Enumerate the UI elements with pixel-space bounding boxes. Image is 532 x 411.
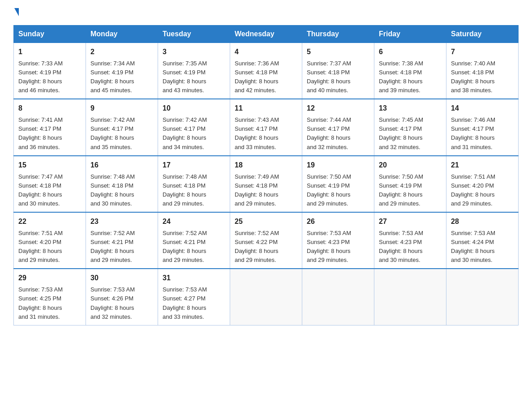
day-number: 10 bbox=[163, 103, 225, 114]
day-number: 1 bbox=[18, 47, 81, 58]
calendar-header-friday: Friday bbox=[374, 26, 446, 43]
logo-triangle-icon bbox=[14, 8, 19, 16]
calendar-day-cell: 18 Sunrise: 7:49 AMSunset: 4:18 PMDaylig… bbox=[230, 156, 302, 212]
day-info: Sunrise: 7:38 AMSunset: 4:18 PMDaylight:… bbox=[379, 60, 423, 94]
calendar-day-cell: 17 Sunrise: 7:48 AMSunset: 4:18 PMDaylig… bbox=[158, 156, 230, 212]
calendar-day-cell: 15 Sunrise: 7:47 AMSunset: 4:18 PMDaylig… bbox=[14, 156, 86, 212]
calendar-day-cell: 29 Sunrise: 7:53 AMSunset: 4:25 PMDaylig… bbox=[14, 269, 86, 325]
calendar-day-cell: 13 Sunrise: 7:45 AMSunset: 4:17 PMDaylig… bbox=[374, 99, 446, 155]
day-info: Sunrise: 7:52 AMSunset: 4:21 PMDaylight:… bbox=[163, 230, 207, 263]
day-info: Sunrise: 7:53 AMSunset: 4:23 PMDaylight:… bbox=[379, 230, 423, 263]
calendar-day-cell bbox=[446, 269, 519, 325]
day-number: 23 bbox=[90, 216, 153, 227]
day-info: Sunrise: 7:53 AMSunset: 4:26 PMDaylight:… bbox=[90, 286, 135, 320]
day-info: Sunrise: 7:53 AMSunset: 4:27 PMDaylight:… bbox=[163, 286, 207, 320]
day-number: 11 bbox=[235, 103, 297, 114]
day-info: Sunrise: 7:47 AMSunset: 4:18 PMDaylight:… bbox=[18, 173, 63, 207]
calendar-day-cell bbox=[374, 269, 446, 325]
calendar-header-wednesday: Wednesday bbox=[230, 26, 302, 43]
calendar-day-cell: 22 Sunrise: 7:51 AMSunset: 4:20 PMDaylig… bbox=[14, 212, 86, 269]
day-info: Sunrise: 7:53 AMSunset: 4:23 PMDaylight:… bbox=[307, 230, 351, 263]
logo bbox=[13, 9, 20, 16]
day-info: Sunrise: 7:40 AMSunset: 4:18 PMDaylight:… bbox=[451, 60, 495, 94]
day-number: 15 bbox=[18, 160, 81, 171]
day-info: Sunrise: 7:46 AMSunset: 4:17 PMDaylight:… bbox=[451, 116, 495, 150]
day-number: 30 bbox=[90, 273, 153, 284]
day-info: Sunrise: 7:45 AMSunset: 4:17 PMDaylight:… bbox=[379, 116, 423, 150]
calendar-day-cell: 16 Sunrise: 7:48 AMSunset: 4:18 PMDaylig… bbox=[86, 156, 158, 212]
day-number: 12 bbox=[307, 103, 369, 114]
calendar-day-cell: 8 Sunrise: 7:41 AMSunset: 4:17 PMDayligh… bbox=[14, 99, 86, 155]
calendar-header-saturday: Saturday bbox=[446, 26, 519, 43]
day-number: 27 bbox=[379, 216, 442, 227]
day-info: Sunrise: 7:48 AMSunset: 4:18 PMDaylight:… bbox=[163, 173, 207, 207]
day-number: 26 bbox=[307, 216, 369, 227]
day-number: 2 bbox=[90, 47, 153, 58]
calendar-day-cell: 11 Sunrise: 7:43 AMSunset: 4:17 PMDaylig… bbox=[230, 99, 302, 155]
day-number: 17 bbox=[163, 160, 225, 171]
calendar-header-row: SundayMondayTuesdayWednesdayThursdayFrid… bbox=[14, 26, 519, 43]
calendar-week-row: 15 Sunrise: 7:47 AMSunset: 4:18 PMDaylig… bbox=[14, 156, 519, 212]
day-info: Sunrise: 7:51 AMSunset: 4:20 PMDaylight:… bbox=[451, 173, 495, 207]
calendar-day-cell: 9 Sunrise: 7:42 AMSunset: 4:17 PMDayligh… bbox=[86, 99, 158, 155]
calendar-day-cell: 23 Sunrise: 7:52 AMSunset: 4:21 PMDaylig… bbox=[86, 212, 158, 269]
day-info: Sunrise: 7:52 AMSunset: 4:21 PMDaylight:… bbox=[90, 230, 135, 263]
day-number: 31 bbox=[163, 273, 225, 284]
day-info: Sunrise: 7:53 AMSunset: 4:25 PMDaylight:… bbox=[18, 286, 63, 320]
day-number: 14 bbox=[451, 103, 514, 114]
calendar-day-cell: 25 Sunrise: 7:52 AMSunset: 4:22 PMDaylig… bbox=[230, 212, 302, 269]
day-info: Sunrise: 7:43 AMSunset: 4:17 PMDaylight:… bbox=[235, 116, 279, 150]
calendar-day-cell: 12 Sunrise: 7:44 AMSunset: 4:17 PMDaylig… bbox=[302, 99, 374, 155]
calendar-day-cell: 14 Sunrise: 7:46 AMSunset: 4:17 PMDaylig… bbox=[446, 99, 519, 155]
day-info: Sunrise: 7:50 AMSunset: 4:19 PMDaylight:… bbox=[379, 173, 423, 207]
calendar-header-sunday: Sunday bbox=[14, 26, 86, 43]
day-number: 9 bbox=[90, 103, 153, 114]
day-info: Sunrise: 7:49 AMSunset: 4:18 PMDaylight:… bbox=[235, 173, 279, 207]
day-info: Sunrise: 7:33 AMSunset: 4:19 PMDaylight:… bbox=[18, 60, 63, 94]
day-info: Sunrise: 7:42 AMSunset: 4:17 PMDaylight:… bbox=[90, 116, 135, 150]
day-number: 16 bbox=[90, 160, 153, 171]
day-info: Sunrise: 7:52 AMSunset: 4:22 PMDaylight:… bbox=[235, 230, 279, 263]
calendar-week-row: 1 Sunrise: 7:33 AMSunset: 4:19 PMDayligh… bbox=[14, 43, 519, 99]
calendar-day-cell: 1 Sunrise: 7:33 AMSunset: 4:19 PMDayligh… bbox=[14, 43, 86, 99]
day-number: 29 bbox=[18, 273, 81, 284]
calendar-day-cell: 2 Sunrise: 7:34 AMSunset: 4:19 PMDayligh… bbox=[86, 43, 158, 99]
day-info: Sunrise: 7:36 AMSunset: 4:18 PMDaylight:… bbox=[235, 60, 279, 94]
calendar-day-cell: 28 Sunrise: 7:53 AMSunset: 4:24 PMDaylig… bbox=[446, 212, 519, 269]
day-info: Sunrise: 7:42 AMSunset: 4:17 PMDaylight:… bbox=[163, 116, 207, 150]
calendar-day-cell: 10 Sunrise: 7:42 AMSunset: 4:17 PMDaylig… bbox=[158, 99, 230, 155]
calendar-day-cell: 20 Sunrise: 7:50 AMSunset: 4:19 PMDaylig… bbox=[374, 156, 446, 212]
calendar-table: SundayMondayTuesdayWednesdayThursdayFrid… bbox=[13, 25, 519, 325]
day-info: Sunrise: 7:37 AMSunset: 4:18 PMDaylight:… bbox=[307, 60, 351, 94]
day-number: 19 bbox=[307, 160, 369, 171]
day-info: Sunrise: 7:48 AMSunset: 4:18 PMDaylight:… bbox=[90, 173, 135, 207]
calendar-day-cell bbox=[230, 269, 302, 325]
day-number: 28 bbox=[451, 216, 514, 227]
day-number: 20 bbox=[379, 160, 442, 171]
day-number: 21 bbox=[451, 160, 514, 171]
calendar-day-cell: 26 Sunrise: 7:53 AMSunset: 4:23 PMDaylig… bbox=[302, 212, 374, 269]
calendar-day-cell: 4 Sunrise: 7:36 AMSunset: 4:18 PMDayligh… bbox=[230, 43, 302, 99]
calendar-day-cell bbox=[302, 269, 374, 325]
calendar-day-cell: 5 Sunrise: 7:37 AMSunset: 4:18 PMDayligh… bbox=[302, 43, 374, 99]
day-number: 6 bbox=[379, 47, 442, 58]
day-number: 8 bbox=[18, 103, 81, 114]
day-number: 3 bbox=[163, 47, 225, 58]
day-info: Sunrise: 7:35 AMSunset: 4:19 PMDaylight:… bbox=[163, 60, 207, 94]
calendar-day-cell: 19 Sunrise: 7:50 AMSunset: 4:19 PMDaylig… bbox=[302, 156, 374, 212]
calendar-day-cell: 30 Sunrise: 7:53 AMSunset: 4:26 PMDaylig… bbox=[86, 269, 158, 325]
day-info: Sunrise: 7:50 AMSunset: 4:19 PMDaylight:… bbox=[307, 173, 351, 207]
calendar-header-tuesday: Tuesday bbox=[158, 26, 230, 43]
calendar-day-cell: 7 Sunrise: 7:40 AMSunset: 4:18 PMDayligh… bbox=[446, 43, 519, 99]
day-number: 25 bbox=[235, 216, 297, 227]
page-header bbox=[13, 9, 519, 16]
calendar-week-row: 29 Sunrise: 7:53 AMSunset: 4:25 PMDaylig… bbox=[14, 269, 519, 325]
day-number: 5 bbox=[307, 47, 369, 58]
calendar-day-cell: 24 Sunrise: 7:52 AMSunset: 4:21 PMDaylig… bbox=[158, 212, 230, 269]
calendar-day-cell: 3 Sunrise: 7:35 AMSunset: 4:19 PMDayligh… bbox=[158, 43, 230, 99]
calendar-day-cell: 21 Sunrise: 7:51 AMSunset: 4:20 PMDaylig… bbox=[446, 156, 519, 212]
day-number: 22 bbox=[18, 216, 81, 227]
day-number: 24 bbox=[163, 216, 225, 227]
day-info: Sunrise: 7:53 AMSunset: 4:24 PMDaylight:… bbox=[451, 230, 495, 263]
day-number: 13 bbox=[379, 103, 442, 114]
